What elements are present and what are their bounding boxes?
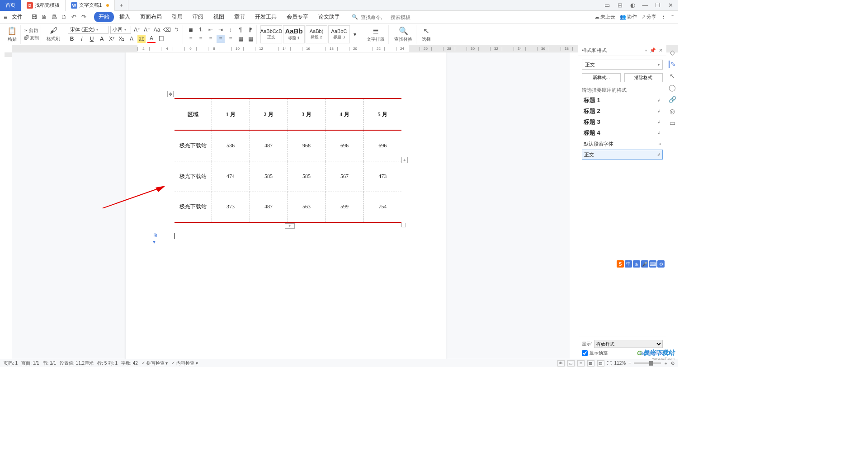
highlight-icon[interactable]: ab — [137, 35, 146, 43]
apps-icon[interactable]: ⊞ — [616, 2, 624, 9]
table-header[interactable]: 3 月 — [288, 99, 326, 130]
tab-thesis[interactable]: 论文助手 — [314, 12, 344, 22]
find-replace-button[interactable]: 🔍查找替换 — [392, 26, 414, 42]
subscript-icon[interactable]: X₂ — [118, 35, 126, 43]
style-h1[interactable]: AaBb标题 1 — [283, 25, 305, 43]
change-case-icon[interactable]: Aa — [153, 26, 161, 34]
status-pagecode[interactable]: 页码: 1 — [4, 360, 18, 367]
tab-pagelayout[interactable]: 页面布局 — [136, 12, 166, 22]
bold-icon[interactable]: B — [68, 35, 76, 43]
text-layout-button[interactable]: ≣文字排版 — [365, 26, 387, 42]
search-command-input[interactable] — [361, 14, 388, 20]
new-tab-button[interactable]: ＋ — [115, 0, 128, 11]
table-header[interactable]: 4 月 — [326, 99, 363, 130]
tab-docer[interactable]: D 找稻壳模板 — [21, 0, 66, 11]
borders-icon[interactable]: ▦ — [246, 35, 255, 43]
paste-button[interactable]: 📋粘贴 — [5, 26, 19, 42]
align-center-icon[interactable]: ≡ — [197, 35, 205, 43]
panel-close-icon[interactable]: ✕ — [659, 47, 663, 53]
italic-icon[interactable]: I — [78, 35, 86, 43]
redo-icon[interactable]: ↷ — [80, 13, 88, 21]
file-menu[interactable]: 文件 — [10, 13, 24, 21]
paragraph-options-icon[interactable]: 🗎▾ — [153, 232, 158, 239]
style-item-h1[interactable]: 标题 1↲ — [582, 95, 663, 105]
table-header[interactable]: 5 月 — [363, 99, 401, 130]
side-toolbox-icon[interactable]: ◇ — [670, 49, 675, 56]
side-location-icon[interactable]: ◎ — [670, 108, 675, 115]
number-list-icon[interactable]: ⒈ — [197, 26, 205, 34]
data-table[interactable]: 区域 1 月 2 月 3 月 4 月 5 月 极光下载站536487968696… — [175, 98, 401, 223]
styles-more-icon[interactable]: ▾ — [351, 30, 359, 38]
grow-font-icon[interactable]: A⁺ — [133, 26, 141, 34]
status-contentcheck[interactable]: ✓ 内容检查 ▾ — [171, 360, 198, 367]
style-item-h3[interactable]: 标题 3↲ — [582, 117, 663, 127]
view-read-icon[interactable]: 👁 — [557, 360, 565, 367]
new-style-button[interactable]: 新样式... — [582, 73, 621, 82]
align-justify-icon[interactable]: ≡ — [217, 35, 225, 43]
linespacing-icon[interactable]: ¶ — [236, 26, 245, 34]
tab-review[interactable]: 审阅 — [188, 12, 208, 22]
ime-lang-icon[interactable]: 中 — [625, 260, 632, 268]
font-size-select[interactable]: 小四▾ — [110, 26, 131, 34]
view-print-icon[interactable]: ▤ — [597, 360, 604, 367]
add-column-button[interactable]: + — [401, 157, 408, 163]
status-linecol[interactable]: 行: 5 列: 1 — [97, 360, 118, 367]
ime-logo-icon[interactable]: S — [617, 260, 624, 268]
tab-vip[interactable]: 会员专享 — [282, 12, 313, 22]
status-position[interactable]: 设置值: 11.2厘米 — [60, 360, 94, 367]
ime-mic-icon[interactable]: 🎤 — [641, 260, 648, 268]
strike-icon[interactable]: A̶ — [98, 35, 106, 43]
ime-toolbar[interactable]: S 中 ぁ 🎤 ⌨ ⚙ — [617, 260, 665, 268]
vertical-ruler[interactable] — [5, 52, 12, 359]
select-button[interactable]: ↖选择 — [420, 26, 433, 42]
font-name-select[interactable]: 宋体 (正文)▾ — [68, 26, 108, 34]
document-area[interactable]: ✥ 区域 1 月 2 月 3 月 4 月 5 月 极光下载站5364879686… — [12, 52, 570, 359]
ime-punct-icon[interactable]: ぁ — [633, 260, 640, 268]
tab-dev[interactable]: 开发工具 — [250, 12, 281, 22]
show-marks-icon[interactable]: ⁋ — [246, 26, 255, 34]
saveas-icon[interactable]: 🗎 — [40, 13, 48, 21]
font-color-icon[interactable]: A — [147, 35, 156, 43]
status-spellcheck[interactable]: ✓ 拼写检查 ▾ — [142, 360, 168, 367]
view-outline-icon[interactable]: ≡ — [577, 360, 585, 367]
bullet-list-icon[interactable]: ≣ — [187, 26, 195, 34]
print-icon[interactable]: 🖶 — [50, 13, 58, 21]
clear-format-button[interactable]: 清除格式 — [624, 73, 663, 82]
shrink-font-icon[interactable]: A⁻ — [143, 26, 151, 34]
undo-icon[interactable]: ↶ — [70, 13, 78, 21]
sort-icon[interactable]: ↕ — [226, 26, 235, 34]
table-row[interactable]: 极光下载站474585585567473 — [175, 161, 401, 192]
tab-start[interactable]: 开始 — [94, 12, 114, 22]
ime-keyboard-icon[interactable]: ⌨ — [649, 260, 656, 268]
coop-button[interactable]: 👥 协作 — [620, 14, 637, 20]
pin-icon[interactable]: 📌 — [650, 47, 656, 53]
tab-ref[interactable]: 引用 — [167, 12, 187, 22]
cut-button[interactable]: ✂ 剪切 — [24, 28, 39, 34]
preview-icon[interactable]: 🗋 — [60, 13, 68, 21]
superscript-icon[interactable]: X² — [108, 35, 116, 43]
format-painter-button[interactable]: 🖌格式刷 — [45, 26, 62, 42]
table-move-handle[interactable]: ✥ — [167, 91, 174, 97]
clear-format-icon[interactable]: ⌫ — [163, 26, 171, 34]
layout-icon[interactable]: ▭ — [603, 2, 611, 9]
tab-view[interactable]: 视图 — [209, 12, 229, 22]
indent-dec-icon[interactable]: ⇤ — [207, 26, 215, 34]
style-item-h4[interactable]: 标题 4↲ — [582, 128, 663, 138]
side-select-icon[interactable]: ↖ — [670, 72, 675, 80]
style-body[interactable]: AaBbCcD正文 — [260, 25, 282, 43]
maximize-button[interactable]: ❐ — [654, 2, 662, 9]
table-header[interactable]: 区域 — [175, 99, 212, 130]
side-layout-icon[interactable]: ▭ — [670, 119, 675, 127]
status-words[interactable]: 字数: 42 — [121, 360, 138, 367]
status-page[interactable]: 页面: 1/1 — [21, 360, 39, 367]
more-icon[interactable]: ⋮ — [661, 14, 666, 20]
style-item-default-font[interactable]: 默认段落字体a — [582, 139, 663, 149]
table-row[interactable]: 极光下载站536487968696696 — [175, 130, 401, 161]
tab-chapter[interactable]: 章节 — [230, 12, 250, 22]
fit-icon[interactable]: ⛶ — [607, 361, 612, 366]
table-header[interactable]: 1 月 — [212, 99, 250, 130]
underline-icon[interactable]: U — [88, 35, 96, 43]
status-more-icon[interactable]: ⊙ — [671, 361, 675, 366]
view-page-icon[interactable]: ▭ — [567, 360, 575, 367]
ime-settings-icon[interactable]: ⚙ — [657, 260, 665, 268]
